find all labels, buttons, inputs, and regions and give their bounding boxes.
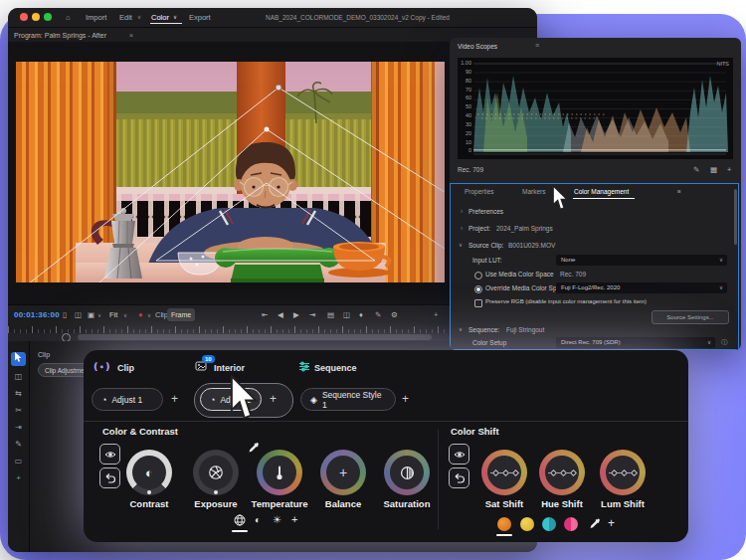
tab-properties[interactable]: Properties	[465, 188, 494, 195]
traffic-minimize-button[interactable]	[32, 13, 40, 21]
scope-layout-icon[interactable]: ▦	[710, 165, 717, 174]
menu-export[interactable]: Export	[189, 13, 211, 22]
visibility-toggle-right[interactable]	[449, 444, 469, 465]
clip-group-label[interactable]: Clip	[117, 363, 134, 373]
add-interior-adjustment-button[interactable]: +	[270, 392, 277, 406]
disclosure-closed-icon[interactable]: ›	[461, 208, 463, 215]
interior-group-label[interactable]: Interior	[214, 363, 245, 373]
source-settings-button[interactable]: Source Settings...	[652, 310, 729, 324]
step-back-icon[interactable]: ◀	[278, 310, 283, 319]
dial-exposure[interactable]: Exposure	[193, 450, 239, 495]
shift-node[interactable]	[550, 468, 557, 475]
frame-mode-button[interactable]: Frame	[167, 308, 195, 321]
ripple-edit-tool[interactable]: ⇆	[11, 387, 26, 401]
preferences-section[interactable]: Preferences	[468, 208, 503, 215]
input-lut-dropdown[interactable]: None∨	[556, 255, 727, 266]
lift-icon[interactable]: ▤	[327, 310, 334, 319]
project-section-label[interactable]: Project:	[468, 225, 490, 232]
disclosure-open-icon[interactable]: ∨	[459, 242, 463, 248]
dial-balance[interactable]: + Balance	[320, 450, 366, 495]
swatch-pink[interactable]	[564, 517, 578, 531]
cm-scrollbar[interactable]	[734, 189, 737, 245]
color-setup-dropdown[interactable]: Direct Rec. 709 (SDR)∨	[556, 337, 715, 348]
add-mode-icon[interactable]: +	[291, 513, 297, 525]
safe-margins-icon[interactable]: ▣	[88, 310, 94, 319]
sequence-section-label[interactable]: Sequence:	[468, 326, 499, 333]
shift-node[interactable]	[621, 468, 628, 475]
chevron-down-icon[interactable]: ∨	[147, 312, 151, 318]
brightness-mode-icon[interactable]: ☀	[273, 514, 281, 525]
eyedropper-icon[interactable]	[588, 517, 601, 530]
hand-tool[interactable]: +	[11, 471, 26, 485]
record-icon[interactable]: ●	[138, 310, 143, 319]
swatch-yellow[interactable]	[520, 517, 534, 531]
shift-node[interactable]	[560, 468, 567, 475]
menu-color[interactable]: Color	[151, 13, 169, 22]
sequence-group-label[interactable]: Sequence	[314, 363, 357, 373]
dial-hue-shift[interactable]: Hue Shift	[539, 450, 585, 495]
clip-adjust1-pill[interactable]: ◔ Adjust 1	[92, 388, 163, 411]
tab-color-management[interactable]: Color Management	[574, 188, 629, 195]
swatch-teal[interactable]	[542, 517, 556, 531]
chevron-down-icon[interactable]: ∨	[97, 312, 101, 318]
override-colorspace-dropdown[interactable]: Fuji F-Log2/Rec. 2020∨	[556, 282, 727, 293]
go-to-out-icon[interactable]: ⇥	[309, 310, 315, 319]
dial-saturation[interactable]: Saturation	[384, 450, 430, 495]
use-media-radio[interactable]	[474, 272, 482, 280]
shift-node[interactable]	[570, 468, 577, 475]
pen-tool[interactable]: ✎	[11, 438, 26, 452]
shift-node[interactable]	[611, 468, 618, 475]
swatch-orange[interactable]	[497, 517, 511, 531]
add-sequence-style-button[interactable]: +	[402, 392, 409, 406]
disclosure-closed-icon[interactable]: ›	[461, 225, 463, 232]
dial-contrast[interactable]: ◐ Contrast	[126, 450, 172, 495]
zoom-level-dropdown[interactable]: Fit	[109, 310, 117, 319]
proxy-icon[interactable]: ▯	[63, 310, 67, 319]
reset-button-right[interactable]	[449, 467, 469, 488]
panel-menu-icon[interactable]: ≡	[535, 42, 539, 49]
clip-mode-label[interactable]: Clip	[155, 310, 168, 319]
info-icon[interactable]: ⓘ	[721, 338, 728, 347]
add-swatch-icon[interactable]: +	[608, 516, 615, 530]
home-icon[interactable]: ⌂	[66, 13, 71, 22]
override-media-radio[interactable]	[474, 285, 482, 293]
menu-edit[interactable]: Edit	[119, 13, 132, 22]
traffic-zoom-button[interactable]	[44, 13, 52, 21]
extract-icon[interactable]: ◫	[343, 310, 350, 319]
go-to-in-icon[interactable]: ⇤	[262, 310, 268, 319]
shift-node[interactable]	[502, 468, 509, 475]
shift-node[interactable]	[512, 468, 519, 475]
snapshot-icon[interactable]: ◫	[75, 310, 82, 319]
selection-tool[interactable]	[11, 352, 26, 366]
export-frame-icon[interactable]: ♦	[359, 310, 363, 319]
scope-add-icon[interactable]: +	[727, 165, 731, 174]
razor-tool[interactable]: ✂	[11, 404, 26, 418]
panel-menu-icon[interactable]: ≡	[677, 188, 681, 195]
disclosure-open-icon[interactable]: ∨	[459, 326, 463, 332]
visibility-toggle-left[interactable]	[99, 444, 120, 465]
horizontal-scrollbar[interactable]	[8, 333, 453, 341]
tab-markers[interactable]: Markers	[522, 188, 545, 195]
timeline-ruler[interactable]	[8, 324, 453, 333]
preserve-rgb-checkbox[interactable]	[474, 299, 482, 307]
shift-node[interactable]	[631, 468, 638, 475]
chevron-down-icon[interactable]: ∨	[123, 312, 127, 318]
dial-lum-shift[interactable]: Lum Shift	[600, 450, 646, 495]
shift-node[interactable]	[492, 468, 499, 475]
contrast-mode-icon[interactable]: ◐	[255, 514, 261, 525]
reset-button-left[interactable]	[99, 467, 120, 488]
sequence-style-pill[interactable]: ◈ Sequence Style 1	[300, 388, 396, 411]
interior-adjust2-pill[interactable]: ◔ Adjust 2	[200, 388, 262, 411]
slip-tool[interactable]: ⇥	[11, 421, 26, 435]
comparison-view-icon[interactable]: ✎	[375, 310, 381, 319]
settings-icon[interactable]: ⚙	[391, 310, 398, 319]
close-icon[interactable]: ×	[129, 32, 133, 39]
play-icon[interactable]: ▶	[293, 310, 299, 319]
dial-sat-shift[interactable]: Sat Shift	[481, 450, 527, 495]
rectangle-tool[interactable]: ▭	[11, 455, 26, 468]
globe-icon[interactable]	[233, 513, 247, 527]
scrollbar-thumb[interactable]	[78, 334, 432, 340]
add-button-icon[interactable]: +	[434, 310, 438, 319]
add-clip-adjustment-button[interactable]: +	[171, 392, 178, 406]
track-select-tool[interactable]: ◫	[11, 370, 26, 384]
